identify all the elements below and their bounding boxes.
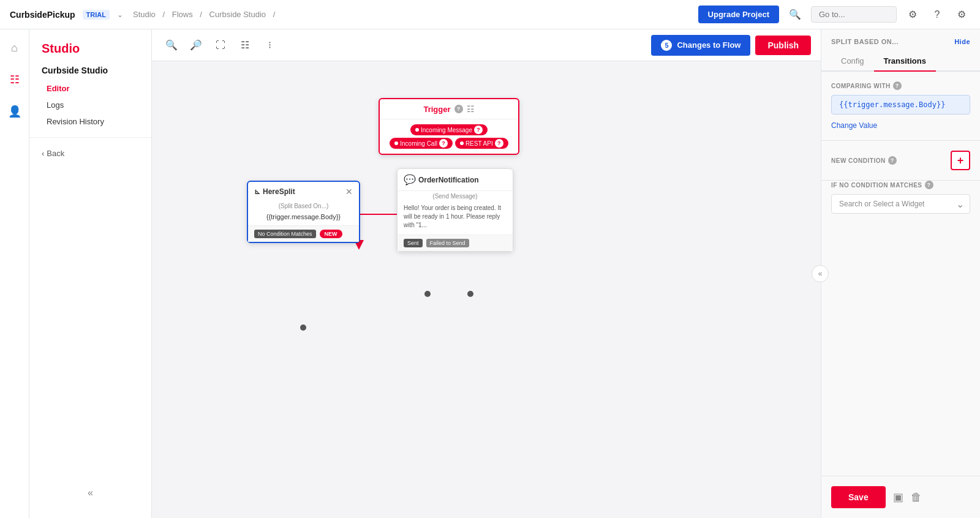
sidebar: Studio Curbside Studio Editor Logs Revis… (29, 29, 152, 518)
top-nav: CurbsidePickup TRIAL ⌄ Studio / Flows / … (0, 0, 980, 29)
heresplit-header: ⊾ HereSplit ✕ (248, 182, 359, 201)
order-notification-body: Hello! Your order is being created. It w… (398, 201, 513, 235)
trigger-pill-incoming-message: Incoming Message ? (410, 124, 488, 135)
split-icon: ⊾ (254, 187, 260, 196)
panel-bottom: Save ▣ 🗑 (821, 476, 980, 518)
svg-point-1 (300, 325, 306, 331)
tab-transitions[interactable]: Transitions (874, 51, 936, 72)
add-condition-button[interactable]: + (951, 151, 970, 170)
trigger-title: Trigger (423, 105, 450, 114)
comparing-info-icon: ? (893, 81, 902, 90)
if-no-condition-section: IF NO CONDITION MATCHES ? Search or Sele… (821, 181, 980, 223)
order-notification-header: 💬 OrderNotification (398, 169, 513, 191)
heresplit-tag-bar: No Condition Matches NEW (248, 225, 359, 242)
right-panel-collapse-button[interactable]: « (812, 265, 829, 282)
team-icon[interactable]: 👤 (4, 100, 26, 122)
trigger-node[interactable]: Trigger ? ☷ Incoming Message ? Incoming … (379, 98, 519, 155)
order-notification-subtitle: (Send Message) (398, 191, 513, 201)
panel-tabs: Config Transitions (821, 51, 980, 72)
tab-config[interactable]: Config (831, 51, 874, 72)
sidebar-section-title: Curbside Studio (29, 66, 151, 80)
canvas-toolbar: 🔍 🔎 ⛶ ☷ ⁝ 5 Changes to Flow Publish (152, 29, 821, 61)
sidebar-back-button[interactable]: ‹ Back (29, 145, 151, 162)
trigger-info-icon: ? (454, 105, 463, 113)
help-icon[interactable]: ? (929, 6, 946, 23)
sidebar-item-revision-history[interactable]: Revision History (29, 113, 151, 130)
new-condition-section: NEW CONDITION ? + (821, 141, 980, 180)
notifications-icon[interactable]: ⚙ (904, 6, 921, 23)
order-notification-node[interactable]: 💬 OrderNotification (Send Message) Hello… (397, 168, 513, 252)
publish-button[interactable]: Publish (755, 36, 811, 55)
right-panel: « SPLIT BASED ON... Hide Config Transiti… (821, 29, 980, 518)
message-icon: 💬 (404, 174, 416, 186)
sidebar-collapse-button[interactable]: « (29, 480, 151, 506)
heresplit-close-icon[interactable]: ✕ (345, 187, 353, 197)
widget-select-wrap: Search or Select a Widget ⌄ (831, 194, 970, 214)
tag-failed: Failed to Send (426, 239, 469, 247)
fit-screen-icon[interactable]: ⛶ (211, 36, 230, 55)
save-button[interactable]: Save (831, 486, 886, 508)
changes-label: Changes to Flow (677, 40, 741, 50)
svg-point-2 (424, 291, 431, 297)
grid-icon[interactable]: ☷ (235, 36, 255, 55)
heresplit-value: {{trigger.message.Body}} (248, 211, 359, 225)
tag-new[interactable]: NEW (320, 230, 342, 238)
heresplit-node[interactable]: ⊾ HereSplit ✕ (Split Based On...) {{trig… (247, 181, 360, 243)
duplicate-icon[interactable]: ▣ (893, 490, 903, 504)
delete-icon[interactable]: 🗑 (911, 491, 922, 504)
tag-no-condition: No Condition Matches (254, 230, 316, 238)
icon-bar: ⌂ ☷ 👤 (0, 29, 29, 518)
hide-link[interactable]: Hide (954, 38, 970, 45)
brand-name: CurbsidePickup (10, 10, 75, 20)
comparing-value: {{trigger.message.Body}} (831, 95, 970, 114)
settings-icon[interactable]: ⚙ (953, 6, 970, 23)
search-input[interactable] (811, 6, 897, 23)
home-icon[interactable]: ⌂ (4, 37, 26, 59)
changes-count-badge: 5 (661, 40, 672, 51)
if-no-condition-info-icon: ? (925, 181, 933, 189)
changes-button[interactable]: 5 Changes to Flow (651, 35, 750, 56)
widget-select[interactable]: Search or Select a Widget (831, 194, 970, 214)
split-based-on-label: SPLIT BASED ON... Hide (821, 29, 980, 51)
breadcrumb-flows[interactable]: Flows (172, 10, 193, 19)
svg-point-3 (467, 291, 473, 297)
heresplit-subtitle: (Split Based On...) (248, 201, 359, 211)
new-condition-info-icon: ? (888, 156, 897, 165)
if-no-condition-label: IF NO CONDITION MATCHES ? (831, 181, 970, 189)
breadcrumb-studio[interactable]: Studio (133, 10, 156, 19)
tag-sent: Sent (404, 239, 423, 247)
upgrade-button[interactable]: Upgrade Project (698, 6, 779, 23)
layout: ⌂ ☷ 👤 Studio Curbside Studio Editor Logs… (0, 29, 980, 518)
trial-badge: TRIAL (83, 10, 110, 20)
sidebar-item-editor[interactable]: Editor (29, 80, 151, 97)
trigger-pill-incoming-call: Incoming Call ? (390, 138, 453, 149)
flow-icon[interactable]: ☷ (4, 69, 26, 91)
change-value-link[interactable]: Change Value (831, 121, 877, 130)
comparing-with-section: COMPARING WITH ? {{trigger.message.Body}… (821, 72, 980, 140)
trigger-pill-rest-api: REST API ? (455, 138, 508, 149)
order-notification-title: OrderNotification (418, 176, 479, 184)
sidebar-item-logs[interactable]: Logs (29, 97, 151, 113)
table-icon[interactable]: ⁝ (260, 36, 279, 55)
trigger-settings-icon[interactable]: ☷ (467, 104, 475, 114)
sidebar-title: Studio (29, 42, 151, 66)
heresplit-title: ⊾ HereSplit (254, 187, 295, 196)
comparing-with-label: COMPARING WITH ? (831, 81, 970, 90)
trial-chevron-icon[interactable]: ⌄ (117, 10, 123, 19)
trigger-header: Trigger ? ☷ (380, 99, 518, 119)
order-notification-tags: Sent Failed to Send (398, 235, 513, 251)
zoom-out-icon[interactable]: 🔍 (162, 36, 181, 55)
search-icon[interactable]: 🔍 (786, 6, 804, 23)
zoom-in-icon[interactable]: 🔎 (186, 36, 206, 55)
breadcrumb: Studio / Flows / Curbside Studio / (130, 10, 277, 19)
new-condition-label: NEW CONDITION ? (831, 156, 897, 165)
main-canvas: 🔍 🔎 ⛶ ☷ ⁝ 5 Changes to Flow Publish (152, 29, 821, 518)
breadcrumb-curbside-studio[interactable]: Curbside Studio (209, 10, 266, 19)
canvas-content: Trigger ? ☷ Incoming Message ? Incoming … (152, 61, 821, 518)
trigger-pills: Incoming Message ? Incoming Call ? REST … (380, 119, 518, 154)
